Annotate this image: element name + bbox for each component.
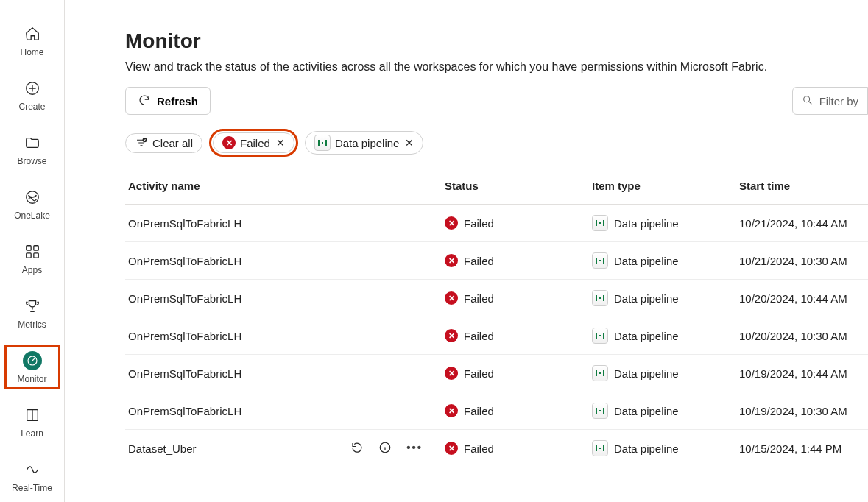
item-type-cell: Data pipeline: [589, 355, 736, 392]
pipeline-icon: [592, 252, 608, 269]
status-cell: ✕Failed: [442, 392, 589, 430]
item-type-cell: Data pipeline: [589, 317, 736, 355]
nav-apps[interactable]: Apps: [7, 238, 58, 278]
nav-label: OneLake: [14, 211, 50, 221]
failed-icon: ✕: [445, 367, 458, 380]
col-activity-name[interactable]: Activity name: [125, 168, 442, 205]
trophy-icon: [22, 296, 43, 317]
status-cell: ✕Failed: [442, 430, 589, 467]
svg-rect-2: [26, 246, 30, 250]
svg-rect-5: [33, 253, 38, 258]
plus-circle-icon: [22, 78, 43, 99]
monitor-icon: [22, 350, 43, 371]
more-icon[interactable]: •••: [406, 441, 423, 456]
nav-create[interactable]: Create: [7, 75, 58, 115]
activity-name: OnPremSqlToFabricLH: [128, 367, 241, 380]
refresh-label: Refresh: [157, 95, 198, 107]
item-type-text: Data pipeline: [614, 330, 679, 342]
svg-rect-4: [26, 253, 30, 258]
clear-filters-icon: [135, 138, 148, 148]
status-cell: ✕Failed: [442, 242, 589, 280]
nav-learn[interactable]: Learn: [7, 402, 58, 442]
nav-label: Real-Time: [12, 483, 52, 493]
page-title: Monitor: [125, 29, 868, 53]
item-type-cell: Data pipeline: [589, 242, 736, 280]
nav-browse[interactable]: Browse: [7, 130, 58, 169]
book-icon: [22, 405, 43, 425]
activity-name-cell[interactable]: OnPremSqlToFabricLH: [125, 280, 442, 317]
activity-name-cell[interactable]: Dataset_Uber•••: [125, 430, 442, 467]
nav-label: Metrics: [18, 319, 46, 330]
toolbar: Refresh Filter by: [125, 87, 868, 115]
activity-name: OnPremSqlToFabricLH: [128, 292, 241, 305]
item-type-text: Data pipeline: [614, 442, 679, 455]
folder-icon: [22, 132, 43, 153]
item-type-cell: Data pipeline: [589, 392, 736, 430]
col-start-time[interactable]: Start time: [736, 168, 868, 205]
filter-chip-pipeline[interactable]: Data pipeline ✕: [305, 131, 424, 155]
nav-onelake[interactable]: OneLake: [7, 184, 58, 224]
failed-icon: ✕: [222, 136, 236, 149]
status-cell: ✕Failed: [442, 355, 589, 392]
start-time-cell: 10/20/2024, 10:44 AM: [736, 280, 868, 317]
failed-icon: ✕: [445, 329, 458, 342]
status-text: Failed: [464, 367, 494, 380]
nav-home[interactable]: Home: [7, 21, 58, 60]
status-text: Failed: [464, 292, 494, 305]
svg-rect-3: [33, 246, 38, 250]
activity-name: Dataset_Uber: [128, 442, 197, 455]
info-icon[interactable]: [378, 441, 392, 456]
activity-name: OnPremSqlToFabricLH: [128, 330, 241, 342]
nav-label: Home: [20, 47, 43, 57]
pipeline-icon: [592, 365, 608, 381]
activity-name-cell[interactable]: OnPremSqlToFabricLH: [125, 392, 442, 430]
svg-point-8: [803, 96, 809, 102]
filter-by-label: Filter by: [819, 95, 858, 107]
failed-icon: ✕: [445, 442, 458, 455]
rerun-icon[interactable]: [350, 441, 364, 456]
start-time-cell: 10/20/2024, 10:30 AM: [736, 317, 868, 355]
pipeline-icon: [592, 403, 608, 419]
apps-icon: [22, 241, 43, 262]
item-type-text: Data pipeline: [614, 292, 679, 305]
failed-icon: ✕: [445, 254, 458, 267]
row-actions: •••: [350, 441, 423, 456]
status-cell: ✕Failed: [442, 280, 589, 317]
search-icon: [802, 94, 814, 108]
item-type-text: Data pipeline: [614, 255, 679, 267]
start-time-cell: 10/21/2024, 10:30 AM: [736, 242, 868, 280]
failed-icon: ✕: [445, 291, 458, 305]
col-status[interactable]: Status: [442, 168, 589, 205]
nav-label: Learn: [21, 428, 43, 439]
clear-all-chip[interactable]: Clear all: [125, 133, 202, 153]
remove-chip-icon[interactable]: ✕: [405, 137, 414, 149]
col-item-type[interactable]: Item type: [589, 168, 736, 205]
refresh-button[interactable]: Refresh: [125, 87, 211, 115]
pipeline-icon: [592, 440, 608, 456]
nav-label: Monitor: [17, 374, 46, 384]
item-type-text: Data pipeline: [614, 405, 679, 417]
activities-table: Activity name Status Item type Start tim…: [125, 168, 868, 467]
nav-monitor[interactable]: Monitor: [7, 347, 58, 387]
activity-name-cell[interactable]: OnPremSqlToFabricLH: [125, 317, 442, 355]
nav-realtime[interactable]: Real-Time: [7, 456, 58, 496]
left-nav: Home Create Browse OneLake Apps: [0, 0, 65, 502]
status-text: Failed: [464, 330, 494, 342]
failed-icon: ✕: [445, 404, 458, 417]
remove-chip-icon[interactable]: ✕: [276, 137, 285, 149]
start-time-cell: 10/19/2024, 10:30 AM: [736, 392, 868, 430]
nav-label: Apps: [22, 265, 42, 275]
filter-by-input[interactable]: Filter by: [792, 87, 868, 115]
activity-name: OnPremSqlToFabricLH: [128, 217, 241, 230]
item-type-cell: Data pipeline: [589, 430, 736, 467]
start-time-cell: 10/15/2024, 1:44 PM: [736, 430, 868, 467]
activity-name-cell[interactable]: OnPremSqlToFabricLH: [125, 205, 442, 242]
realtime-icon: [22, 459, 43, 480]
status-cell: ✕Failed: [442, 205, 589, 242]
filter-chip-failed[interactable]: ✕ Failed ✕: [213, 132, 294, 153]
activity-name: OnPremSqlToFabricLH: [128, 255, 241, 267]
activity-name-cell[interactable]: OnPremSqlToFabricLH: [125, 242, 442, 280]
status-text: Failed: [464, 442, 494, 455]
activity-name-cell[interactable]: OnPremSqlToFabricLH: [125, 355, 442, 392]
nav-metrics[interactable]: Metrics: [7, 293, 58, 333]
